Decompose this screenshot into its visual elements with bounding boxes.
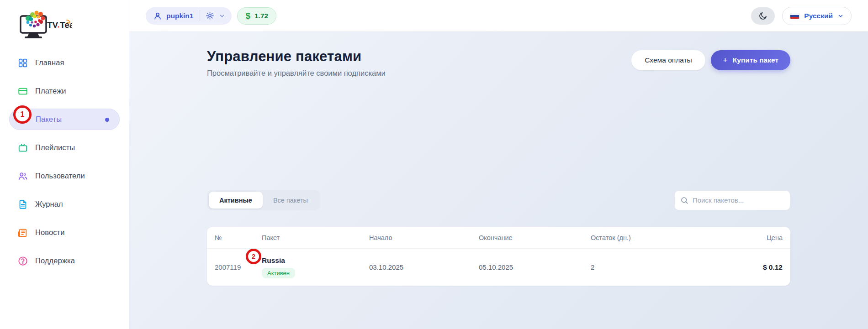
users-icon: [17, 171, 28, 182]
page-header: Управление пакетами Просматривайте и упр…: [207, 48, 790, 78]
table-toolbar: Активные Все пакеты: [207, 190, 790, 210]
main-area: pupkin1 $ 1.72: [129, 0, 868, 329]
column-header-package: Пакет: [262, 234, 369, 241]
sidebar-item-home[interactable]: Главная: [9, 52, 120, 73]
sidebar-item-label: Главная: [35, 58, 64, 67]
logo-dots: [26, 11, 45, 28]
tabs-group: Активные Все пакеты: [207, 190, 320, 210]
packages-table: № Пакет Начало Окончание Остаток (дн.) Ц…: [207, 227, 790, 286]
sidebar: TV Team Главная Пла: [0, 0, 129, 329]
column-header-number: №: [215, 234, 262, 241]
column-header-start: Начало: [369, 234, 479, 241]
dashboard-icon: [17, 57, 28, 68]
active-indicator-dot: [105, 118, 109, 122]
sidebar-item-support[interactable]: Поддержка: [9, 250, 120, 272]
page-subtitle: Просматривайте и управляйте своими подпи…: [207, 69, 386, 78]
settings-gear-icon[interactable]: [206, 11, 214, 20]
search-box: [674, 190, 790, 210]
sidebar-item-playlists[interactable]: Плейлисты: [9, 137, 120, 158]
header-actions: Схема оплаты + Купить пакет: [631, 50, 790, 70]
sidebar-item-journal[interactable]: Журнал: [9, 193, 120, 215]
cell-start-date: 03.10.2025: [369, 263, 479, 271]
tv-icon: [17, 142, 28, 153]
search-input[interactable]: [693, 196, 784, 204]
sidebar-item-payments[interactable]: Платежи: [9, 80, 120, 102]
table-header-row: № Пакет Начало Окончание Остаток (дн.) Ц…: [207, 227, 790, 249]
cell-number: 2007119: [215, 263, 262, 271]
logo-wordmark: TV: [47, 20, 58, 30]
user-account-chip[interactable]: pupkin1: [146, 7, 232, 25]
buy-package-label: Купить пакет: [733, 56, 778, 64]
sidebar-item-label: Новости: [35, 228, 65, 237]
payment-scheme-button[interactable]: Схема оплаты: [631, 50, 705, 70]
cell-price: $ 0.12: [705, 263, 783, 272]
search-icon: [680, 196, 688, 204]
package-name: Russia: [262, 256, 369, 265]
chip-divider: [200, 10, 200, 21]
topbar: pupkin1 $ 1.72: [129, 0, 868, 31]
sidebar-item-label: Платежи: [35, 87, 66, 95]
sidebar-item-label: Пользователи: [35, 172, 85, 180]
document-icon: [17, 199, 28, 210]
sidebar-item-news[interactable]: Новости: [9, 222, 120, 243]
tv-team-logo-icon: TV Team: [18, 8, 72, 41]
cell-days-left: 2: [591, 263, 705, 271]
credit-card-icon: [17, 86, 28, 97]
annotation-circle-1: 1: [13, 105, 32, 124]
sidebar-nav: Главная Платежи Пакеты Плейлисты: [0, 52, 129, 272]
russian-flag-icon: [790, 13, 799, 19]
brand-logo: TV Team: [18, 8, 129, 42]
sidebar-item-users[interactable]: Пользователи: [9, 165, 120, 187]
status-badge: Активен: [262, 268, 295, 278]
moon-icon: [758, 11, 767, 21]
svg-text:Team: Team: [60, 20, 72, 30]
column-header-end: Окончание: [479, 234, 591, 241]
sidebar-item-label: Поддержка: [35, 256, 75, 265]
table-row[interactable]: 2007119 Russia Активен 03.10.2025 05.10.…: [207, 249, 790, 286]
chevron-down-icon: [837, 13, 844, 19]
buy-package-button[interactable]: + Купить пакет: [711, 50, 790, 70]
plus-icon: +: [723, 55, 728, 65]
balance-chip[interactable]: $ 1.72: [237, 7, 276, 25]
language-selector[interactable]: Русский: [782, 7, 852, 25]
content: Управление пакетами Просматривайте и упр…: [129, 31, 868, 329]
theme-toggle-button[interactable]: [751, 7, 775, 25]
annotation-circle-2: 2: [246, 249, 261, 264]
app-window: TV Team Главная Пла: [0, 0, 868, 329]
topbar-right: Русский: [751, 7, 852, 25]
column-header-days-left: Остаток (дн.): [591, 234, 705, 241]
cell-package: Russia Активен: [262, 256, 369, 278]
newspaper-icon: [17, 227, 28, 238]
page-title: Управление пакетами: [207, 48, 386, 65]
sidebar-item-label: Пакеты: [36, 115, 62, 124]
dollar-icon: $: [245, 11, 250, 21]
tab-active-packages[interactable]: Активные: [209, 192, 263, 209]
cell-end-date: 05.10.2025: [479, 263, 591, 271]
sidebar-item-label: Журнал: [35, 200, 63, 209]
tab-all-packages[interactable]: Все пакеты: [263, 192, 318, 209]
user-icon: [153, 11, 162, 21]
help-circle-icon: [17, 256, 28, 266]
balance-value: 1.72: [254, 12, 268, 20]
column-header-price: Цена: [705, 234, 783, 241]
language-label: Русский: [804, 12, 833, 20]
username-label: pupkin1: [166, 12, 193, 20]
sidebar-item-label: Плейлисты: [35, 143, 75, 152]
chevron-down-icon[interactable]: [219, 13, 225, 19]
